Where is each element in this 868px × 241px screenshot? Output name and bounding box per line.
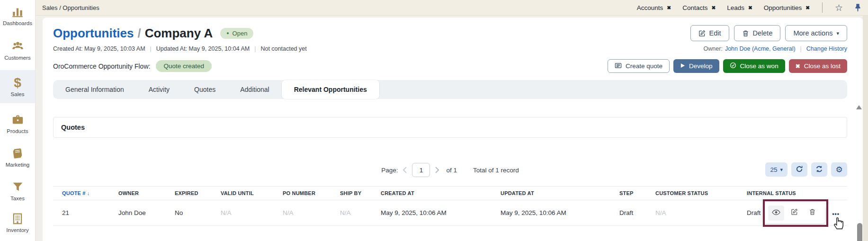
develop-button[interactable]: Develop [673, 59, 719, 73]
title-separator: / [137, 26, 141, 41]
column-header-owner[interactable]: OWNER [109, 190, 166, 196]
status-badge-label: Open [233, 30, 248, 37]
edit-button[interactable]: Edit [690, 25, 729, 41]
tab-activity[interactable]: Activity [136, 80, 182, 99]
sidebar-item-label: Products [7, 128, 28, 134]
pinned-tab-leads[interactable]: Leads ✖ [727, 4, 752, 11]
column-header-created-at[interactable]: CREATED AT [372, 190, 492, 196]
funnel-icon [11, 180, 24, 193]
total-records-label: Total of 1 record [473, 167, 519, 174]
pinned-tab-contacts[interactable]: Contacts ✖ [682, 4, 716, 11]
sidebar-item-inventory[interactable]: Inventory [0, 208, 35, 237]
create-quote-button[interactable]: Create quote [608, 59, 670, 73]
column-header-valid-until[interactable]: VALID UNTIL [212, 190, 274, 196]
refresh-button[interactable] [791, 162, 807, 177]
reset-button[interactable] [811, 162, 827, 177]
divider: | [150, 45, 152, 52]
page-size-dropdown[interactable]: 25 ▾ [765, 162, 787, 177]
meta-row: Created At: May 9, 2025, 10:03 AM | Upda… [53, 45, 847, 52]
owner-link[interactable]: John Doe (Acme, General) [725, 45, 796, 52]
close-won-label: Close as won [740, 62, 779, 70]
page-edge-strip [863, 16, 868, 241]
tab-general-information[interactable]: General Information [53, 80, 136, 99]
close-as-won-button[interactable]: Close as won [723, 59, 785, 73]
close-lost-label: Close as lost [804, 62, 841, 70]
of-pages-label: of 1 [446, 167, 457, 174]
page-label: Page: [381, 167, 398, 174]
flow-label: OroCommerce Opportunity Flow: [53, 62, 150, 70]
owner-label: Owner: [704, 45, 723, 52]
cell-step: Draft [610, 209, 646, 216]
more-actions-button[interactable]: More actions ▾ [785, 25, 847, 41]
sidebar: Dashboards Customers $ Sales Products Ma… [0, 0, 36, 241]
tab-relevant-opportunities[interactable]: Relevant Opportunities [282, 80, 379, 99]
sidebar-item-marketing[interactable]: Marketing [0, 143, 35, 171]
favorite-star-icon[interactable]: ☆ [835, 3, 843, 12]
close-as-lost-button[interactable]: ✖ Close as lost [789, 59, 847, 73]
column-header-updated-at[interactable]: UPDATED AT [492, 190, 610, 196]
edit-row-button[interactable] [786, 205, 802, 221]
sidebar-item-label: Dashboards [3, 20, 32, 26]
page-input[interactable] [412, 163, 430, 177]
next-page-icon[interactable] [435, 167, 439, 173]
building-icon [11, 212, 24, 225]
column-header-customer-status[interactable]: CUSTOMER STATUS [646, 190, 738, 196]
chevron-down-icon: ▾ [780, 167, 783, 172]
cell-updated-at: May 9, 2025, 10:06 AM [492, 209, 610, 216]
sidebar-item-products[interactable]: Products [0, 109, 35, 138]
page-title: Company A [145, 26, 213, 41]
close-icon[interactable]: ✖ [711, 5, 716, 10]
divider [822, 2, 823, 13]
close-icon[interactable]: ✖ [805, 5, 810, 10]
delete-row-button[interactable] [804, 205, 820, 221]
column-header-expired[interactable]: EXPIRED [166, 190, 212, 196]
pinned-tab-opportunities[interactable]: Opportunities ✖ [764, 4, 810, 11]
trash-icon [809, 208, 816, 217]
column-header-po-number[interactable]: PO NUMBER [274, 190, 331, 196]
opportunities-breadcrumb-link[interactable]: Opportunities [53, 26, 134, 41]
sort-desc-icon: ↓ [87, 190, 90, 196]
pin-icon[interactable] [854, 3, 861, 12]
column-header-quote-number[interactable]: QUOTE #↓ [53, 190, 109, 196]
previous-page-icon[interactable] [403, 167, 407, 173]
tab-additional[interactable]: Additional [228, 80, 282, 99]
column-header-internal-status[interactable]: INTERNAL STATUS [738, 190, 847, 196]
close-icon[interactable]: ✖ [667, 5, 671, 10]
opportunity-card: Opportunities / Company A ● Open Edit [43, 18, 863, 241]
pinned-tab-label: Leads [727, 4, 744, 11]
sync-icon [815, 165, 823, 174]
tab-quotes[interactable]: Quotes [182, 80, 228, 99]
scrollbar-thumb[interactable] [857, 223, 862, 241]
pinned-tab-label: Accounts [637, 4, 663, 11]
view-button[interactable] [768, 205, 784, 221]
sidebar-item-sales[interactable]: $ Sales [0, 70, 35, 103]
x-icon: ✖ [796, 63, 800, 69]
flow-buttons: Create quote Develop Close as won ✖ [608, 59, 847, 73]
chevron-down-icon: ▾ [836, 31, 839, 36]
sidebar-item-partial[interactable] [0, 238, 35, 241]
table-row[interactable]: 21 John Doe No N/A N/A N/A May 9, 2025, … [53, 200, 847, 226]
sidebar-item-customers[interactable]: Customers [0, 36, 35, 64]
sidebar-item-dashboards[interactable]: Dashboards [0, 1, 35, 30]
change-history-link[interactable]: Change History [806, 45, 847, 52]
cell-quote-number: 21 [53, 209, 109, 216]
divider: | [254, 45, 256, 52]
grid-settings-button[interactable]: ⚙ [831, 162, 847, 177]
close-icon[interactable]: ✖ [748, 5, 752, 10]
pencil-square-icon [791, 208, 798, 217]
eye-icon [772, 209, 780, 217]
scrollbar-up-arrow[interactable] [856, 105, 862, 109]
sidebar-item-taxes[interactable]: Taxes [0, 177, 35, 205]
contact-status-text: Not contacted yet [260, 45, 306, 52]
people-icon [11, 40, 24, 53]
gear-icon: ⚙ [835, 166, 842, 174]
pinned-tab-accounts[interactable]: Accounts ✖ [637, 4, 671, 11]
breadcrumb[interactable]: Sales / Opportunities [42, 4, 99, 11]
divider: | [800, 45, 802, 52]
delete-button[interactable]: Delete [734, 25, 781, 41]
table-header: QUOTE #↓ OWNER EXPIRED VALID UNTIL PO NU… [53, 186, 847, 200]
status-badge: ● Open [220, 28, 253, 39]
column-header-step[interactable]: STEP [610, 190, 646, 196]
refresh-icon [796, 165, 803, 174]
column-header-ship-by[interactable]: SHIP BY [331, 190, 372, 196]
